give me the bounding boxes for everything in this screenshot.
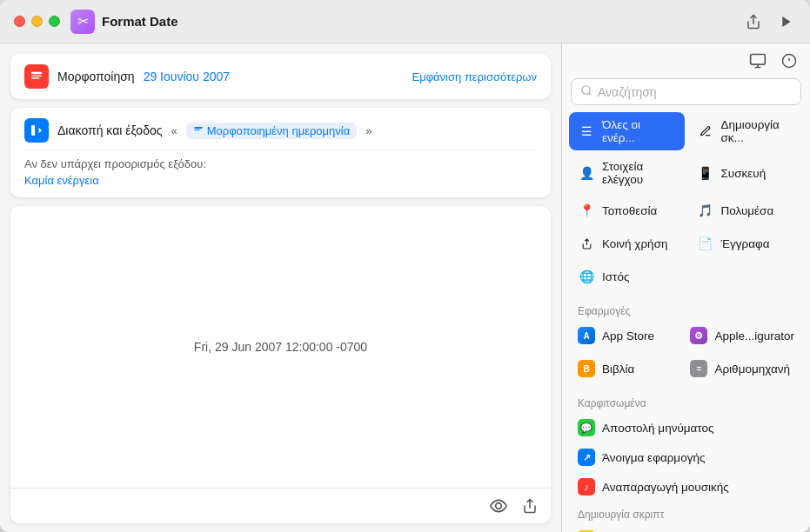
- svg-rect-2: [31, 72, 42, 75]
- svg-marker-1: [782, 17, 790, 27]
- play-button[interactable]: [777, 12, 796, 31]
- close-button[interactable]: [14, 16, 25, 27]
- share-button[interactable]: [744, 12, 763, 31]
- sharing-icon: [578, 235, 595, 252]
- controls-icon: 👤: [578, 164, 595, 182]
- sidebar-item-documents-label: Έγγραφα: [721, 237, 770, 250]
- sidebar-add-button[interactable]: [747, 50, 768, 71]
- exit-badge[interactable]: Μορφοποιημένη ημερομηνία: [186, 123, 357, 139]
- export-button[interactable]: [519, 495, 540, 516]
- sidebar-item-documents[interactable]: 📄 Έγγραφα: [688, 229, 804, 258]
- send-message-label: Αποστολή μηνύματος: [602, 422, 714, 435]
- books-icon: B: [578, 360, 595, 377]
- title-actions: [744, 12, 796, 31]
- create-script-icon: [697, 123, 714, 140]
- sidebar-item-location-label: Τοποθεσία: [602, 204, 657, 217]
- minimize-button[interactable]: [31, 16, 43, 27]
- books-label: Βιβλία: [602, 362, 634, 376]
- sidebar-info-button[interactable]: [779, 50, 800, 71]
- sidebar-item-location[interactable]: 📍 Τοποθεσία: [569, 196, 685, 225]
- sidebar-item-controls-label: Στοιχεία ελέγχου: [602, 160, 676, 186]
- sidebar-item-comment[interactable]: — Σχόλιο: [569, 524, 803, 532]
- sidebar-item-device-label: Συσκευή: [721, 167, 766, 180]
- sidebar-item-send-message[interactable]: 💬 Αποστολή μηνύματος: [569, 413, 803, 442]
- sidebar: ☰ Όλες οι ενέρ... Δημιουργία σκ...: [562, 43, 810, 532]
- sidebar-content: ☰ Όλες οι ενέρ... Δημιουργία σκ...: [562, 112, 810, 532]
- exit-label: Διακοπή και έξοδος: [57, 123, 162, 137]
- configurator-icon: ⚙: [690, 327, 707, 344]
- sidebar-item-create-label: Δημιουργία σκ...: [721, 118, 795, 144]
- sidebar-item-media[interactable]: 🎵 Πολυμέσα: [688, 196, 804, 225]
- all-actions-icon: ☰: [578, 123, 595, 140]
- device-icon: 📱: [697, 164, 714, 182]
- play-music-label: Αναπαραγωγή μουσικής: [602, 481, 729, 494]
- sidebar-item-open-app[interactable]: ↗ Άνοιγμα εφαρμογής: [569, 442, 803, 472]
- format-label: Μορφοποίηση: [57, 70, 135, 83]
- no-action-button[interactable]: Καμία ενέργεια: [24, 174, 537, 187]
- svg-rect-4: [31, 77, 39, 78]
- media-icon: 🎵: [697, 202, 714, 219]
- pinned-section-title: Καρφιτσωμένα: [569, 390, 803, 413]
- sidebar-item-controls[interactable]: 👤 Στοιχεία ελέγχου: [569, 154, 685, 192]
- sidebar-item-all-actions[interactable]: ☰ Όλες οι ενέρ...: [569, 112, 685, 150]
- preview-button[interactable]: [488, 495, 509, 516]
- sidebar-item-media-label: Πολυμέσα: [721, 204, 774, 217]
- scripting-section-title: Δημιουργία σκριπτ: [569, 502, 803, 524]
- svg-rect-10: [751, 55, 766, 65]
- apps-section-title: Εφαρμογές: [569, 298, 803, 321]
- result-text: Fri, 29 Jun 2007 12:00:00 -0700: [194, 340, 367, 354]
- sidebar-item-web[interactable]: 🌐 Ιστός: [569, 262, 685, 291]
- format-value[interactable]: 29 Ιουνίου 2007: [144, 70, 230, 83]
- format-icon: [24, 64, 49, 89]
- calculator-label: Αριθμομηχανή: [714, 362, 790, 376]
- open-app-label: Άνοιγμα εφαρμογής: [602, 451, 705, 464]
- documents-icon: 📄: [697, 235, 714, 252]
- web-icon: 🌐: [578, 268, 595, 285]
- svg-line-17: [589, 93, 592, 96]
- sidebar-item-books[interactable]: B Βιβλία: [569, 354, 678, 383]
- exit-prefix: «: [171, 124, 177, 137]
- search-input[interactable]: [598, 85, 792, 99]
- sidebar-item-all-actions-label: Όλες οι ενέρ...: [602, 118, 676, 144]
- svg-point-16: [582, 86, 590, 94]
- show-more-button[interactable]: Εμφάνιση περισσότερων: [412, 70, 537, 83]
- exit-card: Διακοπή και έξοδος « Μορφοποιημένη ημερο…: [10, 108, 551, 197]
- appstore-icon: A: [578, 327, 595, 344]
- svg-point-8: [496, 503, 502, 509]
- sidebar-item-calculator[interactable]: = Αριθμομηχανή: [681, 354, 803, 383]
- exit-footer-label: Αν δεν υπάρχει προορισμός εξόδου:: [24, 157, 537, 170]
- location-icon: 📍: [578, 202, 595, 219]
- svg-rect-7: [194, 130, 199, 130]
- appstore-label: App Store: [602, 329, 654, 342]
- badge-text: Μορφοποιημένη ημερομηνία: [207, 124, 350, 137]
- traffic-lights: [14, 16, 60, 27]
- result-panel: Fri, 29 Jun 2007 12:00:00 -0700: [10, 206, 551, 523]
- sidebar-item-configurator[interactable]: ⚙ Apple...igurator: [681, 321, 803, 350]
- sidebar-item-device[interactable]: 📱 Συσκευή: [688, 154, 804, 192]
- svg-rect-3: [31, 76, 42, 76]
- app-icon: ✂: [70, 10, 95, 34]
- search-bar[interactable]: [571, 78, 801, 105]
- sidebar-item-web-label: Ιστός: [602, 270, 629, 283]
- play-music-icon: ♪: [578, 478, 595, 495]
- send-message-icon: 💬: [578, 419, 595, 436]
- sidebar-item-play-music[interactable]: ♪ Αναπαραγωγή μουσικής: [569, 472, 803, 502]
- format-card: Μορφοποίηση 29 Ιουνίου 2007 Εμφάνιση περ…: [10, 54, 551, 99]
- sidebar-item-appstore[interactable]: A App Store: [569, 321, 678, 350]
- maximize-button[interactable]: [49, 16, 60, 27]
- search-icon: [580, 84, 592, 99]
- svg-rect-6: [194, 127, 202, 129]
- window-title: Format Date: [102, 14, 744, 29]
- exit-suffix: »: [365, 124, 372, 137]
- exit-icon: [24, 118, 49, 143]
- sidebar-item-sharing-label: Κοινή χρήση: [602, 237, 667, 250]
- open-app-icon: ↗: [578, 449, 595, 466]
- configurator-label: Apple...igurator: [714, 329, 794, 342]
- calculator-icon: =: [690, 360, 707, 377]
- sidebar-item-sharing[interactable]: Κοινή χρήση: [569, 229, 685, 258]
- sidebar-item-create-script[interactable]: Δημιουργία σκ...: [688, 112, 804, 150]
